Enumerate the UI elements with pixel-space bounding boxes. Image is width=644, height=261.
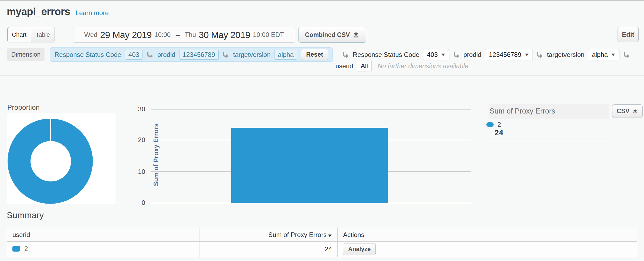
cell-userid: 2 [7,242,199,257]
end-date: 30 May 2019 [199,30,250,40]
y-tick-20: 20 [129,136,145,144]
summary-title: Summary [7,210,44,220]
col-header-actions: Actions [338,228,637,242]
col-header-userid[interactable]: userid [7,228,199,242]
chevron-down-icon: ▼ [524,52,530,57]
legend-swatch [486,122,494,127]
applied-dim-value[interactable]: 123456789 [179,50,219,60]
level-down-arrow-icon [623,51,630,58]
userid-value: 2 [24,245,28,253]
col-header-sum[interactable]: Sum of Proxy Errors▼ [199,228,338,242]
analyze-button[interactable]: Analyze [343,243,376,255]
y-tick-30: 30 [129,105,145,113]
y-axis-title: Sum of Proxy Errors [152,104,160,206]
next-dim-name: userid [335,62,353,70]
x-axis-baseline [151,203,471,203]
applied-dimensions-pill: Response Status Code 403 prodid 12345678… [50,47,333,62]
dimension-label: Dimension [7,48,45,61]
no-more-dimensions-text: No further dimensions available [378,62,468,70]
table-header-row: userid Sum of Proxy Errors▼ Actions [7,228,637,242]
end-day: Thu [185,31,196,39]
applied-dim-name[interactable]: targetversion [233,51,271,59]
download-icon [632,108,638,114]
donut-hole [30,141,71,181]
level-down-arrow-icon [453,51,460,58]
col-header-sum-label: Sum of Proxy Errors [268,231,327,238]
applied-dim-name[interactable]: Response Status Code [55,51,121,59]
y-tick-0: 0 [129,199,145,207]
start-time: 10:00 [154,31,171,39]
legend-entry-value: 24 [494,128,503,137]
applied-dim-name[interactable]: prodid [157,51,175,59]
y-tick-10: 10 [129,168,145,176]
download-icon [352,31,360,38]
applied-dim-value[interactable]: 403 [125,50,143,60]
next-dimension-row: userid All No further dimensions availab… [335,60,468,72]
legend-header: Sum of Proxy Errors [489,104,609,119]
combined-csv-label: Combined CSV [305,31,350,39]
legend-entry-label: 2 [497,121,501,128]
selector-dim-name: Response Status Code [353,51,419,59]
summary-table: userid Sum of Proxy Errors▼ Actions 2 24… [7,228,637,257]
combined-csv-button[interactable]: Combined CSV [298,27,366,43]
edit-label: Edit [622,31,634,38]
selector-dim-value: alpha [592,51,608,59]
next-dim-value-box[interactable]: All [357,61,372,71]
legend-divider [489,139,609,139]
reset-button[interactable]: Reset [301,49,328,60]
selector-dim-name: targetversion [547,51,584,59]
next-dim-value: All [361,62,368,70]
cell-actions: Analyze [338,242,637,257]
sort-desc-icon: ▼ [327,233,333,238]
top-strip [0,0,644,1]
chevron-down-icon: ▼ [610,52,616,57]
level-down-arrow-icon [222,51,229,58]
selector-dim-name: prodid [463,51,482,59]
tab-table[interactable]: Table [31,27,55,42]
bar-userid-2[interactable] [231,128,388,203]
legend-title: Sum of Proxy Errors [490,107,555,115]
legend-entry[interactable]: 2 [486,121,501,128]
page-title: myapi_errors [7,6,70,18]
chevron-down-icon: ▼ [440,52,446,57]
reset-label: Reset [306,51,323,58]
selector-dim-value: 403 [427,51,438,59]
report-header: myapi_errors Learn more [7,6,109,18]
csv-button[interactable]: CSV [612,104,643,118]
learn-more-link[interactable]: Learn more [76,9,109,17]
selector-dropdown-prodid[interactable]: 123456789 ▼ [485,49,533,60]
level-down-arrow-icon [147,51,154,58]
edit-button[interactable]: Edit [618,27,639,42]
level-down-arrow-icon [536,51,543,58]
csv-label: CSV [617,108,629,115]
proportion-title: Proportion [7,103,40,112]
start-date: 29 May 2019 [100,30,152,40]
level-down-arrow-icon [342,51,349,58]
series-swatch [12,246,20,252]
cell-sum: 24 [199,242,338,257]
report-page: myapi_errors Learn more Chart Table Wed … [0,0,644,261]
table-row: 2 24 Analyze [7,242,637,257]
gridline-30 [151,109,471,109]
applied-dim-value[interactable]: alpha [274,50,297,60]
selector-dropdown-response-status-code[interactable]: 403 ▼ [423,49,449,60]
date-range-separator: – [175,30,180,39]
selector-dropdown-targetversion[interactable]: alpha ▼ [588,49,619,60]
selector-dim-value: 123456789 [489,51,521,59]
section-divider [0,75,644,76]
proportion-card [7,113,116,204]
analyze-label: Analyze [348,246,371,253]
view-toggle: Chart Table [7,27,55,42]
date-range-picker[interactable]: Wed 29 May 2019 10:00 – Thu 30 May 2019 … [73,27,295,43]
start-day: Wed [84,31,97,39]
donut-chart[interactable] [8,119,93,204]
tab-chart[interactable]: Chart [7,27,31,42]
end-time: 10:00 EDT [253,31,284,39]
